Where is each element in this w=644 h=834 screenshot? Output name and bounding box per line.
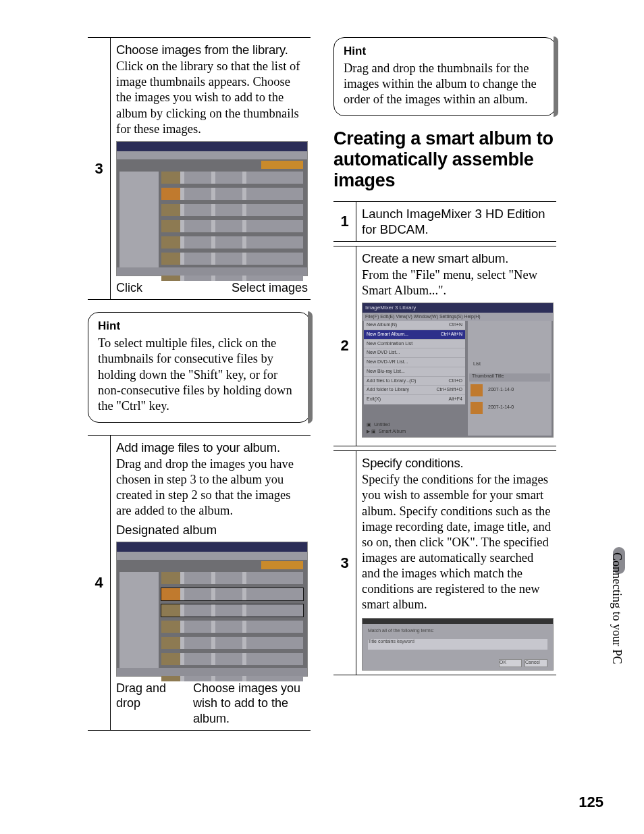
step-lead: Create a new smart album. <box>362 251 554 266</box>
step-body: Launch ImageMixer 3 HD Edition for BDCAM… <box>356 202 556 241</box>
step-lead: Specify conditions. <box>362 455 554 471</box>
page-number: 125 <box>579 793 603 811</box>
menu-item-selected: New Smart Album...Ctrl+Alt+N <box>364 330 465 340</box>
thumb-icon <box>471 402 483 414</box>
step-text: Specify the conditions for the images yo… <box>362 472 554 613</box>
row-date: 2007-1-14-0 <box>488 387 514 393</box>
conditions-dialog: Match all of the following terms: Title … <box>362 618 554 671</box>
hint-title: Hint <box>344 45 546 58</box>
step-text: Launch ImageMixer 3 HD Edition for BDCAM… <box>362 206 554 237</box>
section-heading: Creating a smart album to automatically … <box>333 128 556 191</box>
step-number: 1 <box>333 202 356 241</box>
step-body: Specify conditions. Specify the conditio… <box>356 451 556 675</box>
match-label: Match all of the following terms: <box>368 628 434 634</box>
step-body: Choose images from the library. Click on… <box>111 38 311 299</box>
menu-item: New DVD List... <box>364 348 465 358</box>
hint-title: Hint <box>98 319 300 333</box>
columns: Thumbnail Title <box>469 373 550 382</box>
menubar: File(F) Edit(E) View(V) Window(W) Settin… <box>363 313 553 321</box>
list-label: List <box>473 361 481 367</box>
smart-step-2: 2 Create a new smart album. From the "Fi… <box>333 246 556 446</box>
menu-item: New Combination List <box>364 340 465 349</box>
album-screenshot <box>116 542 308 677</box>
menu-item: New Album(N)Ctrl+N <box>364 321 465 330</box>
menu-item: Add files to Library...(O)Ctrl+O <box>364 377 465 386</box>
step-number: 4 <box>88 436 111 730</box>
step-body: Add image files to your album. Drag and … <box>111 436 311 730</box>
row-date: 2007-1-14-0 <box>488 405 514 411</box>
sidebar-bottom: ▣Untitled ▶ ▣Smart Album <box>364 421 465 436</box>
menu-item: New Blu-ray List... <box>364 367 465 377</box>
ok-button: OK <box>499 659 522 667</box>
hint-text: Drag and drop the thumbnails for the ima… <box>344 61 546 107</box>
hint-box-multiselect: Hint To select multiple files, click on … <box>88 312 311 423</box>
library-screenshot <box>116 141 308 276</box>
thumb-icon <box>471 384 483 396</box>
step-text: Drag and drop the images you have chosen… <box>116 457 308 519</box>
step-body: Create a new smart album. From the "File… <box>356 246 556 446</box>
chapter-tab: Connecting to your PC <box>609 547 625 689</box>
right-panel: List Thumbnail Title 2007-1-14-0 2007-1-… <box>468 321 552 436</box>
screenshot-captions: Click Select images <box>116 280 308 296</box>
step-4: 4 Add image files to your album. Drag an… <box>88 435 311 731</box>
titlebar: ImageMixer 3 Library <box>363 303 553 313</box>
cancel-button: Cancel <box>525 659 547 667</box>
step-number: 3 <box>88 38 111 299</box>
step-lead: Add image files to your album. <box>116 440 308 455</box>
step-number: 3 <box>333 451 356 675</box>
step-number: 2 <box>333 246 356 446</box>
condition-row: Title contains keyword <box>368 639 547 650</box>
screenshot-captions: Drag and drop Choose images you wish to … <box>116 681 308 727</box>
left-column: 3 Choose images from the library. Click … <box>88 37 311 735</box>
sidebar-item: ▣Untitled <box>364 421 465 429</box>
hint-box-reorder: Hint Drag and drop the thumbnails for th… <box>333 37 556 116</box>
step-lead: Choose images from the library. <box>116 42 308 57</box>
menu-item: New DVD-VR List... <box>364 358 465 367</box>
hint-text: To select multiple files, click on the t… <box>98 336 300 414</box>
manual-page: 3 Choose images from the library. Click … <box>0 0 644 834</box>
caption-select: Select images <box>232 280 308 296</box>
caption-drag: Drag and drop <box>116 681 177 711</box>
sidebar-item: ▶ ▣Smart Album <box>364 428 465 436</box>
step-text: From the "File" menu, select "New Smart … <box>362 267 554 298</box>
designated-album-label: Designated album <box>116 522 308 538</box>
smart-step-3: 3 Specify conditions. Specify the condit… <box>333 450 556 675</box>
menu-item: Add folder to LibraryCtrl+Shift+O <box>364 386 465 395</box>
smart-step-1: 1 Launch ImageMixer 3 HD Edition for BDC… <box>333 201 556 242</box>
file-menu-screenshot: ImageMixer 3 Library File(F) Edit(E) Vie… <box>362 303 554 438</box>
file-menu: New Album(N)Ctrl+N New Smart Album...Ctr… <box>364 321 465 405</box>
menu-item: Exit(X)Alt+F4 <box>364 395 465 405</box>
tab-label: Connecting to your PC <box>610 552 624 687</box>
caption-click: Click <box>116 280 142 296</box>
right-column: Hint Drag and drop the thumbnails for th… <box>333 37 556 735</box>
step-text: Click on the library so that the list of… <box>116 59 308 137</box>
two-column-layout: 3 Choose images from the library. Click … <box>88 37 603 735</box>
caption-choose: Choose images you wish to add to the alb… <box>193 681 308 727</box>
step-3: 3 Choose images from the library. Click … <box>88 37 311 300</box>
